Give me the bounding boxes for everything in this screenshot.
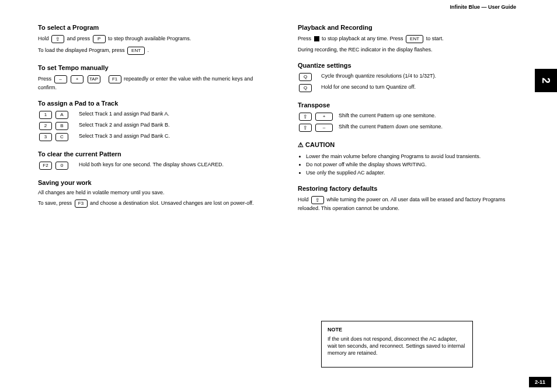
key: A bbox=[55, 111, 68, 119]
warning-title: ⚠ CAUTION bbox=[298, 141, 520, 149]
shortcut-row: 2 B Select Track 2 and assign Pad Bank B… bbox=[38, 121, 260, 131]
section-title: To set Tempo manually bbox=[38, 64, 260, 72]
section-tempo: To set Tempo manually Press – + TAP F1 r… bbox=[38, 64, 260, 91]
note-callout: NOTE If the unit does not respond, disco… bbox=[321, 321, 473, 368]
shortcut-desc: Shift the current Pattern up one semiton… bbox=[339, 112, 520, 119]
key-f3: F3 bbox=[75, 200, 88, 208]
section-playback: Playback and Recording Press to stop pla… bbox=[298, 23, 520, 53]
section-title: To assign a Pad to a Track bbox=[38, 99, 260, 108]
section-caution: ⚠ CAUTION Lower the main volume before c… bbox=[298, 141, 520, 176]
section-saving: Saving your work All changes are held in… bbox=[38, 178, 260, 208]
key-ent: ENT bbox=[127, 47, 145, 55]
key-ent: ENT bbox=[406, 35, 423, 43]
shortcut-row: 1 A Select Track 1 and assign Pad Bank A… bbox=[38, 110, 260, 120]
shift-key-icon bbox=[311, 196, 324, 204]
list-item: Use only the supplied AC adapter. bbox=[306, 169, 520, 176]
shortcut-desc: Hold both keys for one second. The displ… bbox=[79, 161, 260, 168]
section-title: To select a Program bbox=[38, 23, 260, 32]
key-q: Q bbox=[299, 73, 312, 81]
shortcut-row: 3 C Select Track 3 and assign Pad Bank C… bbox=[38, 132, 260, 142]
key: 3 bbox=[39, 133, 52, 141]
shift-key-icon bbox=[51, 35, 64, 43]
shortcut-row: Q Hold for one second to turn Quantize o… bbox=[298, 83, 520, 93]
key-tap: TAP bbox=[88, 75, 100, 83]
key-plus: + bbox=[71, 75, 83, 83]
paragraph: Hold while turning the power on. All use… bbox=[298, 195, 520, 212]
section-title: Saving your work bbox=[38, 178, 260, 187]
key: 1 bbox=[39, 111, 52, 119]
key-minus: – bbox=[54, 75, 67, 83]
shortcut-desc: Shift the current Pattern down one semit… bbox=[339, 123, 520, 130]
paragraph: During recording, the REC indicator in t… bbox=[298, 46, 520, 53]
paragraph: Hold and press P to step through availab… bbox=[38, 34, 260, 44]
section-transpose: Transpose + Shift the current Pattern up… bbox=[298, 101, 520, 132]
section-title: Transpose bbox=[298, 101, 520, 110]
callout-title: NOTE bbox=[328, 326, 467, 333]
paragraph: Press – + TAP F1 repeatedly or enter the… bbox=[38, 75, 260, 91]
list-item: Lower the main volume before changing Pr… bbox=[306, 153, 520, 160]
shortcut-desc: Select Track 3 and assign Pad Bank C. bbox=[79, 132, 260, 139]
stop-icon bbox=[314, 36, 319, 41]
page-number: 2-11 bbox=[529, 377, 551, 387]
shortcut-row: F2 0 Hold both keys for one second. The … bbox=[38, 161, 260, 170]
section-title: Restoring factory defaults bbox=[298, 184, 520, 193]
paragraph: Press to stop playback at any time. Pres… bbox=[298, 34, 520, 44]
section-clear-pattern: To clear the current Pattern F2 0 Hold b… bbox=[38, 150, 260, 170]
shortcut-desc: Select Track 1 and assign Pad Bank A. bbox=[79, 110, 260, 117]
warning-list: Lower the main volume before changing Pr… bbox=[298, 153, 520, 176]
paragraph: To load the displayed Program, press ENT… bbox=[38, 46, 260, 55]
running-header: Infinite Blue — User Guide bbox=[450, 4, 516, 10]
key-q: Q bbox=[299, 84, 312, 92]
section-title: Quantize settings bbox=[298, 61, 520, 70]
paragraph: All changes are held in volatile memory … bbox=[38, 189, 260, 196]
section-quantize: Quantize settings Q Cycle through quanti… bbox=[298, 61, 520, 93]
section-factory-reset: Restoring factory defaults Hold while tu… bbox=[298, 184, 520, 212]
key-minus: – bbox=[315, 124, 333, 132]
left-column: To select a Program Hold and press P to … bbox=[38, 23, 260, 216]
key: 0 bbox=[55, 162, 68, 170]
paragraph: To save, press F3 and choose a destinati… bbox=[38, 199, 260, 208]
shortcut-row: + Shift the current Pattern up one semit… bbox=[298, 112, 520, 121]
shortcut-row: – Shift the current Pattern down one sem… bbox=[298, 123, 520, 132]
chapter-tab: 2 bbox=[535, 69, 557, 92]
shift-key-icon bbox=[299, 113, 312, 121]
key: C bbox=[55, 133, 68, 141]
shortcut-desc: Select Track 2 and assign Pad Bank B. bbox=[79, 121, 260, 128]
right-column: Playback and Recording Press to stop pla… bbox=[298, 23, 520, 220]
list-item: Do not power off while the display shows… bbox=[306, 161, 520, 168]
callout-body: If the unit does not respond, disconnect… bbox=[328, 335, 467, 356]
shift-key-icon bbox=[299, 124, 312, 132]
shortcut-desc: Hold for one second to turn Quantize off… bbox=[321, 83, 520, 90]
key-p: P bbox=[93, 35, 106, 43]
key: F2 bbox=[39, 162, 52, 170]
header-rule bbox=[38, 12, 519, 12]
key-f1: F1 bbox=[109, 75, 121, 83]
section-title: Playback and Recording bbox=[298, 23, 520, 32]
section-title: To clear the current Pattern bbox=[38, 150, 260, 159]
key-plus: + bbox=[315, 113, 333, 121]
shortcut-row: Q Cycle through quantize resolutions (1/… bbox=[298, 72, 520, 82]
section-select-program: To select a Program Hold and press P to … bbox=[38, 23, 260, 55]
section-assign-pad: To assign a Pad to a Track 1 A Select Tr… bbox=[38, 99, 260, 142]
key: 2 bbox=[39, 122, 52, 130]
key: B bbox=[55, 122, 68, 130]
shortcut-desc: Cycle through quantize resolutions (1/4 … bbox=[321, 72, 520, 79]
